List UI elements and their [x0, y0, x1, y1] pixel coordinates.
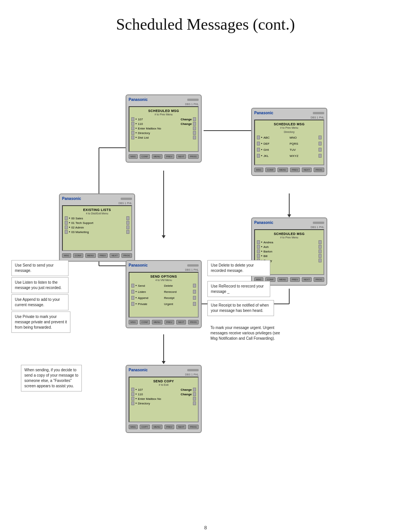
- copy-btn[interactable]: COPY: [140, 425, 150, 429]
- device-indicator: [313, 112, 324, 114]
- prog-btn[interactable]: PROG: [188, 154, 199, 159]
- left-btn[interactable]: [131, 122, 134, 126]
- conf-btn[interactable]: CONF: [140, 154, 150, 159]
- screen-row: • Private: [131, 302, 163, 306]
- conf-btn[interactable]: CONF: [140, 320, 150, 324]
- left-btn[interactable]: [257, 148, 260, 152]
- right-btn[interactable]: [193, 284, 196, 288]
- right-btn[interactable]: [319, 136, 322, 139]
- right-btn[interactable]: [319, 142, 322, 145]
- left-btn[interactable]: [131, 397, 134, 401]
- screen-row: • 110 Change: [131, 392, 196, 396]
- left-btn[interactable]: [65, 216, 68, 220]
- right-btn[interactable]: [193, 136, 196, 139]
- next-btn[interactable]: NEXT: [302, 168, 312, 172]
- menu-btn[interactable]: MENU: [152, 154, 162, 159]
- msg-btn[interactable]: MSG: [254, 168, 263, 172]
- prog-btn[interactable]: PROG: [121, 253, 132, 258]
- right-btn[interactable]: [193, 392, 196, 396]
- msg-btn[interactable]: MSG: [62, 253, 71, 258]
- prog-btn[interactable]: PROG: [314, 168, 324, 172]
- annotation-send-copy: When sending, if you decide to send a co…: [21, 365, 82, 391]
- msg-btn[interactable]: MSG: [129, 425, 138, 429]
- next-btn[interactable]: NEXT: [176, 425, 186, 429]
- conf-btn[interactable]: CONF: [265, 168, 276, 172]
- right-btn[interactable]: [319, 249, 322, 253]
- device-screen: EXISTING LISTS 4 to Dist/Exit Menu • 00 …: [62, 205, 132, 251]
- left-btn[interactable]: [131, 302, 134, 306]
- right-btn[interactable]: [193, 296, 196, 300]
- menu-btn[interactable]: MENU: [277, 168, 288, 172]
- prev-btn[interactable]: PREV: [290, 277, 300, 282]
- left-btn[interactable]: [131, 117, 134, 121]
- right-btn[interactable]: [193, 131, 196, 135]
- msg-btn[interactable]: MSG: [129, 320, 138, 324]
- device-send-options: Panasonic DBS 1 PHL SEND OPTIONS 4 to VM…: [126, 260, 202, 328]
- right-btn[interactable]: [193, 388, 196, 391]
- right-btn[interactable]: [193, 290, 196, 294]
- left-btn[interactable]: [65, 230, 68, 234]
- msg-btn[interactable]: MSG: [129, 154, 138, 159]
- right-btn[interactable]: [319, 148, 322, 152]
- right-btn[interactable]: [319, 154, 322, 158]
- left-btn[interactable]: [131, 290, 134, 294]
- right-btn[interactable]: [193, 117, 196, 121]
- menu-btn[interactable]: MENU: [85, 253, 96, 258]
- left-btn[interactable]: [131, 131, 134, 135]
- right-btn[interactable]: [126, 230, 129, 234]
- screen-subtitle: 4 to Dist/Exit Menu: [65, 212, 129, 215]
- next-btn[interactable]: NEXT: [302, 277, 312, 282]
- screen-title: SCHEDULED MSG: [257, 232, 322, 236]
- right-btn[interactable]: [126, 221, 129, 225]
- page-title: Scheduled Messages (cont.): [0, 0, 411, 45]
- right-btn[interactable]: [193, 302, 196, 306]
- screen-row: PQRS: [290, 142, 322, 145]
- annotation-delete: Use Delete to delete your recorded messa…: [207, 260, 270, 276]
- right-btn[interactable]: [126, 216, 129, 220]
- prev-btn[interactable]: PREV: [164, 425, 174, 429]
- prog-btn[interactable]: PROG: [188, 320, 199, 324]
- prev-btn[interactable]: PREV: [164, 320, 174, 324]
- right-btn[interactable]: [319, 240, 322, 244]
- left-btn[interactable]: [65, 225, 68, 229]
- right-btn[interactable]: [193, 397, 196, 401]
- left-btn[interactable]: [131, 401, 134, 405]
- left-btn[interactable]: [257, 254, 260, 258]
- conf-btn[interactable]: CONF: [73, 253, 83, 258]
- menu-btn[interactable]: MENU: [152, 425, 162, 429]
- left-btn[interactable]: [257, 240, 260, 244]
- right-btn[interactable]: [319, 254, 322, 258]
- prev-btn[interactable]: PREV: [290, 168, 300, 172]
- prog-btn[interactable]: PROG: [314, 277, 324, 282]
- prev-btn[interactable]: PREV: [98, 253, 108, 258]
- left-btn[interactable]: [257, 249, 260, 253]
- right-btn[interactable]: [193, 122, 196, 126]
- right-btn[interactable]: [319, 259, 322, 262]
- right-btn[interactable]: [193, 126, 196, 130]
- next-btn[interactable]: NEXT: [176, 320, 186, 324]
- device-screen: SCHEDULED MSG # to Prev Menu • 107 Chang…: [129, 106, 199, 152]
- screen-subtitle: # to Prev Menu: [257, 126, 322, 129]
- left-btn[interactable]: [131, 392, 134, 396]
- left-btn[interactable]: [131, 388, 134, 391]
- prog-btn[interactable]: PROG: [188, 425, 199, 429]
- prev-btn[interactable]: PREV: [164, 154, 174, 159]
- right-btn[interactable]: [126, 225, 129, 229]
- menu-btn[interactable]: MENU: [152, 320, 162, 324]
- next-btn[interactable]: NEXT: [110, 253, 119, 258]
- left-btn[interactable]: [65, 221, 68, 225]
- right-btn[interactable]: [319, 245, 322, 249]
- left-btn[interactable]: [131, 136, 134, 139]
- left-btn[interactable]: [131, 284, 134, 288]
- left-btn[interactable]: [131, 296, 134, 300]
- device-header: Panasonic: [129, 263, 199, 267]
- left-btn[interactable]: [257, 142, 260, 145]
- left-btn[interactable]: [257, 136, 260, 139]
- left-btn[interactable]: [257, 154, 260, 158]
- left-btn[interactable]: [257, 245, 260, 249]
- right-btn[interactable]: [193, 401, 196, 405]
- screen-row: • Barton: [257, 249, 322, 253]
- menu-btn[interactable]: MENU: [277, 277, 288, 282]
- left-btn[interactable]: [131, 126, 134, 130]
- next-btn[interactable]: NEXT: [176, 154, 186, 159]
